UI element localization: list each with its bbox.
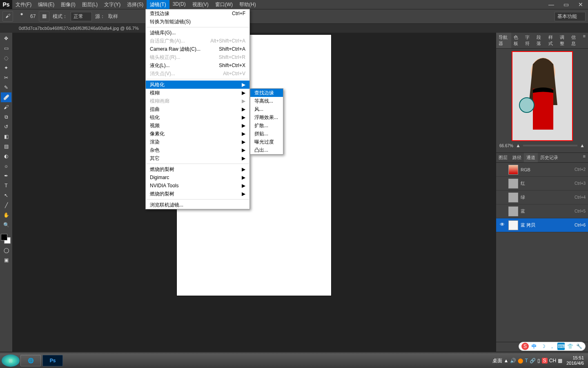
foreground-background-swatch[interactable] <box>1 234 11 244</box>
filter-menu-item[interactable]: 扭曲▶ <box>146 105 249 113</box>
tray-network-icon[interactable]: 🔗 <box>530 358 536 364</box>
filter-menu-item[interactable]: 滤镜库(G)... <box>146 29 249 37</box>
stylize-menu-item[interactable]: 凸出... <box>250 146 283 154</box>
tab-channels[interactable]: 通道 <box>524 153 538 162</box>
zoom-tool[interactable]: 🔍 <box>1 220 11 230</box>
tray-desktop-label[interactable]: 桌面 <box>492 357 502 364</box>
brush-tool[interactable]: 🖌 <box>1 102 11 112</box>
filter-menu-item[interactable]: Camera Raw 滤镜(C)...Shift+Ctrl+A <box>146 45 249 53</box>
ime-settings-icon[interactable]: 🔧 <box>575 343 583 350</box>
menu-image[interactable]: 图像(I) <box>58 0 78 9</box>
mode-select[interactable]: 正常 <box>71 12 92 21</box>
channel-visibility-icon[interactable] <box>499 180 506 187</box>
tray-icon-4[interactable]: ▦ <box>558 358 562 364</box>
menu-file[interactable]: 文件(F) <box>12 0 35 9</box>
zoom-out-icon[interactable]: ▲ <box>516 143 521 148</box>
stylize-menu-item[interactable]: 等高线... <box>250 97 283 105</box>
menu-select[interactable]: 选择(S) <box>124 0 147 9</box>
tool-preset-icon[interactable]: 🖌 <box>2 11 13 22</box>
filter-menu-item[interactable]: 液化(L)...Shift+Ctrl+X <box>146 61 249 70</box>
crop-tool[interactable]: ✂ <box>1 73 11 83</box>
screenmode-tool[interactable]: ▣ <box>1 255 11 265</box>
maximize-button[interactable]: ▭ <box>559 0 573 9</box>
filter-menu-item[interactable]: NVIDIA Tools▶ <box>146 182 249 190</box>
tray-icon-1[interactable]: ⬤ <box>518 358 523 364</box>
filter-menu-item[interactable]: 燃烧的梨树▶ <box>146 190 249 198</box>
history-brush-tool[interactable]: ↺ <box>1 122 11 132</box>
tray-icon-2[interactable]: T <box>525 358 528 364</box>
menu-window[interactable]: 窗口(W) <box>212 0 236 9</box>
filter-menu-item[interactable]: 渲染▶ <box>146 138 249 146</box>
workspace-select[interactable]: 基本功能 <box>555 12 586 21</box>
minimize-button[interactable]: — <box>544 0 559 9</box>
menu-type[interactable]: 文字(Y) <box>101 0 124 9</box>
ime-punct-icon[interactable]: ， <box>548 343 556 350</box>
brush-panel-button[interactable]: ▦ <box>39 11 49 22</box>
channel-visibility-icon[interactable] <box>499 194 506 201</box>
document-tab[interactable]: 0df3d7ca7bcb0a468f627ceb6f63f6246a60afa4… <box>19 26 139 31</box>
stylize-menu-item[interactable]: 曝光过度 <box>250 138 283 146</box>
tray-up-icon[interactable]: ▲ <box>504 358 509 364</box>
ime-toolbar[interactable]: S 中 ☽ ， ⌨ 👕 🔧 <box>519 342 586 351</box>
channel-row[interactable]: RGBCtrl+2 <box>496 163 588 177</box>
channel-visibility-icon[interactable]: 👁 <box>499 222 506 229</box>
stylize-menu-item[interactable]: 浮雕效果... <box>250 113 283 121</box>
filter-menu-item[interactable]: 燃烧的梨树▶ <box>146 165 249 173</box>
filter-menu-item[interactable]: 杂色▶ <box>146 146 249 154</box>
filter-menu-item[interactable]: 查找边缘Ctrl+F <box>146 9 249 18</box>
type-tool[interactable]: T <box>1 181 11 191</box>
stylize-menu-item[interactable]: 风... <box>250 105 283 113</box>
pen-tool[interactable]: ✒ <box>1 171 11 181</box>
hand-tool[interactable]: ✋ <box>1 210 11 220</box>
ime-keyboard-icon[interactable]: ⌨ <box>557 343 565 350</box>
tab-navigator[interactable]: 导航器 <box>496 33 511 48</box>
blur-tool[interactable]: ◐ <box>1 151 11 161</box>
filter-menu-item[interactable]: 浏览联机滤镜... <box>146 201 249 209</box>
canvas-area[interactable] <box>12 33 496 352</box>
menu-edit[interactable]: 编辑(E) <box>35 0 58 9</box>
tab-info[interactable]: 信息 <box>569 33 580 48</box>
close-button[interactable]: ✕ <box>573 0 588 9</box>
channel-row[interactable]: 👁蓝 拷贝Ctrl+6 <box>496 218 588 232</box>
tray-speaker-icon[interactable]: 🔊 <box>510 358 516 364</box>
magic-wand-tool[interactable]: ✦ <box>1 63 11 73</box>
menu-filter[interactable]: 滤镜(T) <box>147 0 169 9</box>
tray-flag-icon[interactable]: ▯ <box>537 358 540 364</box>
start-button[interactable]: ⊞ <box>2 355 20 367</box>
zoom-in-icon[interactable]: ▲ <box>580 143 585 148</box>
stylize-menu-item[interactable]: 查找边缘 <box>250 89 283 97</box>
foreground-color[interactable] <box>1 234 7 240</box>
filter-menu-item[interactable]: 转换为智能滤镜(S) <box>146 18 249 26</box>
move-tool[interactable]: ✥ <box>1 34 11 43</box>
taskbar-app-1[interactable]: 🌐 <box>20 355 41 366</box>
filter-menu-item[interactable]: 锐化▶ <box>146 113 249 121</box>
stylize-menu-item[interactable]: 扩散... <box>250 121 283 130</box>
path-select-tool[interactable]: ↖ <box>1 191 11 200</box>
dodge-tool[interactable]: ☼ <box>1 161 11 171</box>
filter-menu-item[interactable]: Digimarc▶ <box>146 173 249 182</box>
healing-brush-tool[interactable]: 🩹 <box>1 92 11 102</box>
tab-layers[interactable]: 图层 <box>496 153 510 162</box>
menu-3d[interactable]: 3D(D) <box>169 0 189 9</box>
ime-moon-icon[interactable]: ☽ <box>539 343 547 350</box>
eyedropper-tool[interactable]: ✎ <box>1 83 11 92</box>
lasso-tool[interactable]: ◌ <box>1 53 11 63</box>
tab-paragraph[interactable]: 段落 <box>534 33 546 48</box>
eraser-tool[interactable]: ◧ <box>1 132 11 141</box>
quickmask-tool[interactable]: ◯ <box>1 245 11 255</box>
taskbar-clock[interactable]: 15:51 2016/4/6 <box>564 355 586 366</box>
gradient-tool[interactable]: ▤ <box>1 141 11 151</box>
menu-layer[interactable]: 图层(L) <box>79 0 101 9</box>
tab-character[interactable]: 字符 <box>523 33 534 48</box>
channel-row[interactable]: 蓝Ctrl+5 <box>496 204 588 218</box>
menu-view[interactable]: 视图(V) <box>189 0 212 9</box>
tab-paths[interactable]: 路径 <box>510 153 524 162</box>
filter-menu-item[interactable]: 模糊▶ <box>146 89 249 97</box>
channel-row[interactable]: 红Ctrl+3 <box>496 177 588 191</box>
tray-icon-3[interactable]: CH <box>549 358 556 364</box>
tab-history[interactable]: 历史记录 <box>538 153 561 162</box>
filter-menu-item[interactable]: 像素化▶ <box>146 130 249 138</box>
navigator-slider[interactable] <box>523 145 577 146</box>
panel-menu-icon[interactable]: ≡ <box>581 153 588 162</box>
stylize-menu-item[interactable]: 拼贴... <box>250 130 283 138</box>
